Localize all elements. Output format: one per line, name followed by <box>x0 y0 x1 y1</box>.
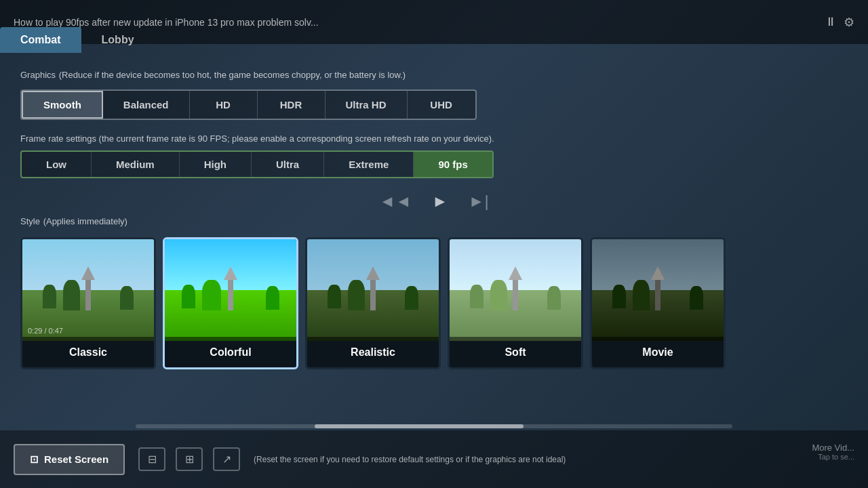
bottom-icon-3[interactable]: ↗ <box>213 447 240 471</box>
style-card-soft[interactable]: Soft <box>448 237 583 369</box>
graphics-section: Graphics (Reduce if the device becomes t… <box>20 68 848 120</box>
framerate-section: Frame rate settings (the current frame r… <box>20 134 848 178</box>
style-card-movie[interactable]: Movie <box>590 237 726 369</box>
graphics-title: Graphics (Reduce if the device becomes t… <box>20 68 848 81</box>
style-title: Style (Applies immediately) <box>20 214 848 228</box>
bottom-bar: ⊡ Reset Screen ⊟ ⊞ ↗ (Reset the screen i… <box>0 430 868 488</box>
fps-ultra[interactable]: Ultra <box>252 152 324 177</box>
bottom-icon-1[interactable]: ⊟ <box>138 447 165 471</box>
graphics-hdr[interactable]: HDR <box>258 91 326 119</box>
fps-high[interactable]: High <box>180 152 252 177</box>
tab-combat[interactable]: Combat <box>0 27 81 53</box>
rewind-button[interactable]: ◄◄ <box>379 192 412 211</box>
graphics-balanced[interactable]: Balanced <box>103 91 190 119</box>
fps-options: Low Medium High Ultra Extreme 90 fps <box>20 150 494 178</box>
style-card-realistic[interactable]: Realistic <box>305 237 441 369</box>
framerate-info: Frame rate settings (the current frame r… <box>20 134 848 144</box>
play-button[interactable]: ► <box>432 192 448 211</box>
fps-extreme[interactable]: Extreme <box>324 152 414 177</box>
soft-preview <box>450 239 581 341</box>
pause-button[interactable]: ⏸ <box>825 15 837 29</box>
timestamp: 0:29 / 0:47 <box>28 327 63 335</box>
main-content: Graphics (Reduce if the device becomes t… <box>20 68 848 427</box>
colorful-label: Colorful <box>165 337 296 367</box>
graphics-uhd[interactable]: UHD <box>408 91 475 119</box>
banner-text: How to play 90fps after new update in iP… <box>14 17 825 28</box>
scroll-thumb[interactable] <box>315 424 524 428</box>
fps-medium[interactable]: Medium <box>92 152 180 177</box>
style-section: Style (Applies immediately) 0:29 / 0:47 … <box>20 214 848 369</box>
bottom-icon-2[interactable]: ⊞ <box>176 447 203 471</box>
graphics-smooth[interactable]: Smooth <box>22 91 103 119</box>
realistic-preview <box>307 239 439 341</box>
forward-button[interactable]: ►| <box>469 192 489 211</box>
graphics-hd[interactable]: HD <box>190 91 258 119</box>
settings-button[interactable]: ⚙ <box>844 15 854 30</box>
soft-label: Soft <box>450 337 581 367</box>
graphics-options: Smooth Balanced HD HDR Ultra HD UHD <box>20 89 477 120</box>
reset-icon: ⊡ <box>30 453 39 466</box>
style-card-colorful[interactable]: Colorful <box>163 237 298 369</box>
realistic-label: Realistic <box>307 337 439 367</box>
tap-hint-label: Tap to se... <box>812 453 854 461</box>
reset-label: Reset Screen <box>44 453 108 465</box>
style-card-classic[interactable]: 0:29 / 0:47 Classic <box>20 237 156 369</box>
movie-preview <box>592 239 724 341</box>
movie-label: Movie <box>592 337 724 367</box>
graphics-ultrahd[interactable]: Ultra HD <box>326 91 408 119</box>
classic-preview <box>22 239 154 341</box>
style-cards: 0:29 / 0:47 Classic Colorful <box>20 237 848 369</box>
reset-hint: (Reset the screen if you need to restore… <box>254 455 854 464</box>
more-video-label: More Vid... <box>812 443 854 453</box>
tab-lobby[interactable]: Lobby <box>81 27 155 53</box>
bottom-icons: ⊟ ⊞ ↗ <box>138 447 240 471</box>
classic-label: Classic <box>22 337 154 367</box>
fps-low[interactable]: Low <box>22 152 92 177</box>
scroll-track[interactable] <box>136 424 732 428</box>
colorful-preview <box>165 239 296 341</box>
video-controls: ◄◄ ► ►| <box>20 192 848 211</box>
tab-row: Combat Lobby <box>0 27 155 53</box>
fps-90[interactable]: 90 fps <box>414 152 492 177</box>
banner-controls: ⏸ ⚙ <box>825 15 854 30</box>
reset-screen-button[interactable]: ⊡ Reset Screen <box>14 444 125 475</box>
